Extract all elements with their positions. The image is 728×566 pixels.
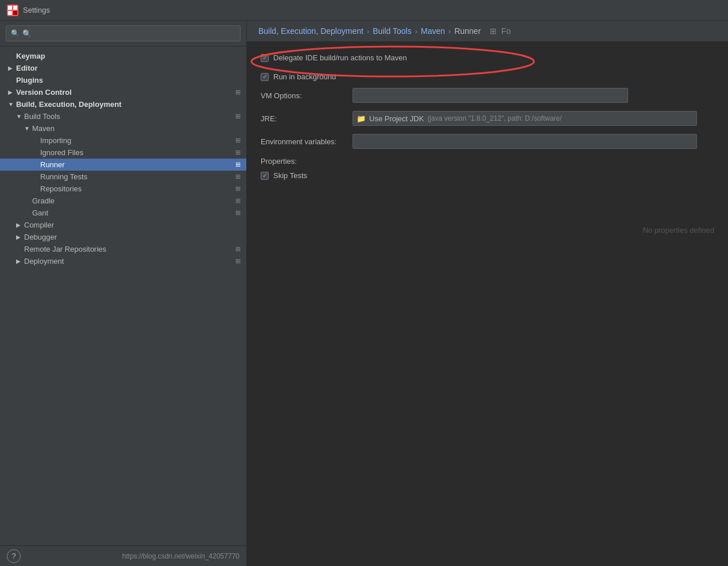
help-button[interactable]: ? <box>7 549 21 563</box>
jre-value-text: Use Project JDK <box>369 114 424 123</box>
deployment-copy-icon: ⊞ <box>235 257 241 265</box>
bt-copy-icon: ⊞ <box>235 113 241 120</box>
run-bg-checkbox[interactable] <box>261 73 269 81</box>
sidebar-label-runner: Runner <box>40 160 65 169</box>
repos-copy-icon: ⊞ <box>235 185 241 192</box>
search-icon: 🔍 <box>11 29 20 37</box>
main-layout: 🔍 Keymap ▶ Editor Plugins ▶ <box>0 21 728 566</box>
running-tests-copy-icon: ⊞ <box>235 173 241 180</box>
sidebar-label-deployment: Deployment <box>24 257 64 265</box>
jre-row: JRE: 📁 Use Project JDK (java version "1.… <box>261 111 714 126</box>
arrow-maven: ▼ <box>24 125 32 132</box>
arrow-deployment: ▶ <box>16 258 24 264</box>
runner-copy-icon: ⊞ <box>235 161 241 168</box>
jre-detail-text: (java version "1.8.0_212", path: D:/soft… <box>427 114 562 122</box>
content-area: Build, Execution, Deployment › Build Too… <box>247 21 728 566</box>
sidebar-item-plugins[interactable]: Plugins <box>0 74 246 86</box>
breadcrumb-action-icon: ⊞ <box>490 26 497 36</box>
search-wrap[interactable]: 🔍 <box>6 25 241 41</box>
ignored-copy-icon: ⊞ <box>235 149 241 156</box>
sidebar-label-keymap: Keymap <box>16 52 45 60</box>
sidebar-item-deployment[interactable]: ▶ Deployment ⊞ <box>0 255 246 267</box>
arrow-debugger: ▶ <box>16 234 24 240</box>
arrow-bed: ▼ <box>8 101 16 107</box>
app-logo <box>7 5 18 16</box>
sidebar-label-running-tests: Running Tests <box>40 172 87 181</box>
sidebar-item-runner[interactable]: Runner ⊞ <box>0 159 246 171</box>
breadcrumb-maven[interactable]: Maven <box>421 26 445 36</box>
sidebar-label-gradle: Gradle <box>32 197 55 205</box>
sidebar-label-repos: Repositories <box>40 184 82 193</box>
env-vars-label: Environment variables: <box>261 137 353 146</box>
window-title: Settings <box>23 6 50 14</box>
skip-tests-label: Skip Tests <box>273 171 307 180</box>
sidebar-item-repositories[interactable]: Repositories ⊞ <box>0 183 246 195</box>
vc-copy-icon: ⊞ <box>235 88 241 96</box>
importing-copy-icon: ⊞ <box>235 137 241 144</box>
sidebar-label-vc: Version Control <box>16 88 72 97</box>
jre-label: JRE: <box>261 114 353 123</box>
vm-options-input[interactable] <box>353 88 628 103</box>
sidebar-item-maven[interactable]: ▼ Maven <box>0 122 246 134</box>
fo-label: Fo <box>501 26 510 36</box>
breadcrumb-sep-2: › <box>415 27 417 36</box>
sidebar-item-build-tools[interactable]: ▼ Build Tools ⊞ <box>0 110 246 122</box>
footer-url: https://blog.csdn.net/weixin_42057770 <box>122 552 239 560</box>
run-bg-row: Run in background <box>261 72 714 81</box>
delegate-label: Delegate IDE build/run actions to Maven <box>273 53 407 62</box>
delegate-checkbox[interactable] <box>261 54 269 62</box>
svg-rect-1 <box>8 6 12 10</box>
sidebar-label-gant: Gant <box>32 209 48 217</box>
env-vars-input[interactable] <box>353 134 697 149</box>
sidebar-label-plugins: Plugins <box>16 76 43 84</box>
sidebar-label-editor: Editor <box>16 64 38 72</box>
title-bar: Settings <box>0 0 728 21</box>
tree-area: Keymap ▶ Editor Plugins ▶ Version Contro… <box>0 47 246 545</box>
properties-section-label: Properties: <box>261 157 714 165</box>
gradle-copy-icon: ⊞ <box>235 197 241 205</box>
sidebar-item-importing[interactable]: Importing ⊞ <box>0 134 246 147</box>
sidebar-label-debugger: Debugger <box>24 233 57 241</box>
delegate-row: Delegate IDE build/run actions to Maven <box>261 53 714 62</box>
breadcrumb-sep-3: › <box>448 27 451 36</box>
sidebar-label-importing: Importing <box>40 136 71 145</box>
settings-content: Delegate IDE build/run actions to Maven … <box>247 42 728 566</box>
arrow-editor: ▶ <box>8 65 16 71</box>
run-bg-label: Run in background <box>273 72 336 81</box>
sidebar-item-version-control[interactable]: ▶ Version Control ⊞ <box>0 86 246 98</box>
sidebar-item-gradle[interactable]: Gradle ⊞ <box>0 195 246 207</box>
skip-tests-checkbox[interactable] <box>261 172 269 180</box>
svg-rect-3 <box>8 11 12 15</box>
breadcrumb-bar: Build, Execution, Deployment › Build Too… <box>247 21 728 42</box>
vm-options-row: VM Options: <box>261 88 714 103</box>
breadcrumb-bed[interactable]: Build, Execution, Deployment <box>258 26 363 36</box>
search-box: 🔍 <box>0 21 246 47</box>
breadcrumb-runner[interactable]: Runner <box>454 26 481 36</box>
sidebar-label-maven: Maven <box>32 124 55 133</box>
jre-field[interactable]: 📁 Use Project JDK (java version "1.8.0_2… <box>353 111 697 126</box>
svg-rect-4 <box>13 11 17 15</box>
search-input[interactable] <box>22 29 235 38</box>
sidebar-item-compiler[interactable]: ▶ Compiler <box>0 219 246 231</box>
sidebar-item-debugger[interactable]: ▶ Debugger <box>0 231 246 243</box>
sidebar-label-bed: Build, Execution, Deployment <box>16 100 121 109</box>
sidebar-label-remote-jar: Remote Jar Repositories <box>24 245 106 253</box>
sidebar-item-build-exec-dep[interactable]: ▼ Build, Execution, Deployment <box>0 98 246 110</box>
sidebar: 🔍 Keymap ▶ Editor Plugins ▶ <box>0 21 247 566</box>
breadcrumb-sep-1: › <box>367 27 369 36</box>
vm-options-label: VM Options: <box>261 91 353 100</box>
sidebar-item-editor[interactable]: ▶ Editor <box>0 62 246 74</box>
skip-tests-row: Skip Tests <box>261 171 714 180</box>
sidebar-item-ignored-files[interactable]: Ignored Files ⊞ <box>0 147 246 159</box>
sidebar-label-ignored: Ignored Files <box>40 148 83 157</box>
sidebar-item-running-tests[interactable]: Running Tests ⊞ <box>0 171 246 183</box>
sidebar-item-keymap[interactable]: Keymap <box>0 50 246 62</box>
jre-folder-icon: 📁 <box>357 114 366 123</box>
arrow-compiler: ▶ <box>16 222 24 228</box>
help-icon: ? <box>11 552 16 560</box>
arrow-bt: ▼ <box>16 113 24 120</box>
breadcrumb-bt[interactable]: Build Tools <box>373 26 411 36</box>
sidebar-item-gant[interactable]: Gant ⊞ <box>0 207 246 219</box>
sidebar-label-compiler: Compiler <box>24 221 54 229</box>
sidebar-item-remote-jar[interactable]: Remote Jar Repositories ⊞ <box>0 243 246 255</box>
